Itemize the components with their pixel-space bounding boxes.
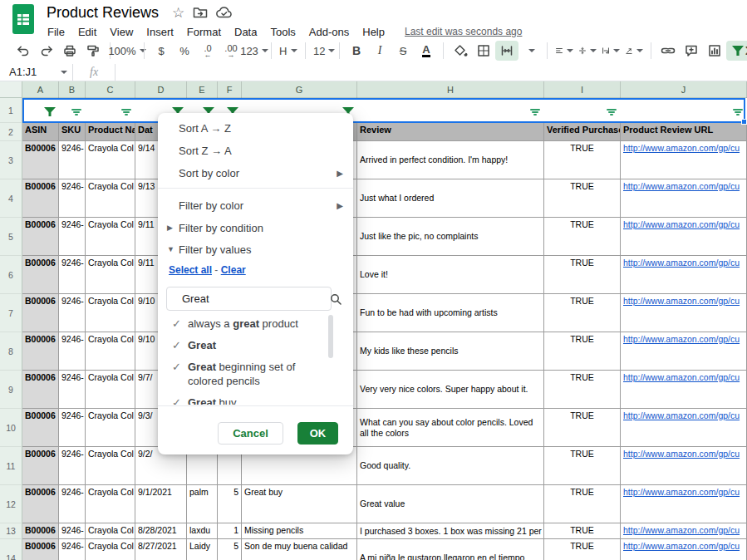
cell[interactable]: Crayola Col [86, 218, 135, 256]
cell[interactable]: TRUE [544, 256, 621, 294]
cell[interactable]: http://www.amazon.com/gp/cu [621, 523, 747, 539]
menu-file[interactable]: File [41, 24, 71, 40]
menu-item-filter-by-color[interactable]: Filter by color ▶ [158, 197, 353, 214]
cell[interactable]: Crayola Col [86, 294, 135, 332]
cell[interactable]: B00006 [22, 332, 59, 371]
cell[interactable]: 8/28/2021 [135, 523, 187, 539]
filter-lines-icon-column-J[interactable] [732, 107, 744, 117]
cell[interactable]: 9246- [59, 141, 86, 179]
cell[interactable]: http://www.amazon.com/gp/cu [621, 256, 747, 294]
row-header-10[interactable]: 10 [0, 409, 22, 447]
insert-chart-button[interactable] [703, 41, 726, 61]
name-box-dropdown-icon[interactable] [61, 71, 67, 74]
cell[interactable]: TRUE [544, 539, 621, 560]
header-cell[interactable]: Review [357, 123, 544, 141]
cell[interactable]: TRUE [544, 179, 621, 218]
filter-value-item[interactable]: ✓Great beginning set of colored pencils [168, 360, 328, 388]
filter-button[interactable] [726, 41, 747, 61]
cell[interactable]: B00006 [22, 256, 59, 294]
row-header-13[interactable]: 13 [0, 523, 22, 539]
cell[interactable]: TRUE [544, 141, 621, 179]
cell[interactable]: TRUE [544, 294, 621, 332]
menu-help[interactable]: Help [356, 24, 391, 40]
horizontal-align-button[interactable] [553, 41, 576, 61]
cell[interactable]: 9/1/2021 [135, 485, 187, 523]
cell[interactable]: B00006 [22, 409, 59, 447]
cell[interactable]: Crayola Col [86, 409, 135, 447]
review-url-link[interactable]: http://www.amazon.com/gp/cu [623, 296, 740, 306]
merge-cells-dropdown[interactable] [518, 41, 542, 61]
text-color-button[interactable]: A [415, 41, 438, 61]
cell[interactable]: http://www.amazon.com/gp/cu [621, 371, 747, 409]
cell[interactable]: B00006 [22, 539, 59, 560]
paint-format-button[interactable] [81, 41, 105, 61]
cell[interactable]: 5 [218, 485, 242, 523]
menu-item-sort-a-z[interactable]: Sort A → Z [158, 120, 353, 136]
cell[interactable]: B00006 [22, 294, 59, 332]
cell[interactable]: 9246- [59, 409, 86, 447]
last-edit-status[interactable]: Last edit was seconds ago [405, 26, 522, 37]
column-header-C[interactable]: C [86, 81, 135, 98]
borders-button[interactable] [472, 41, 495, 61]
menu-add-ons[interactable]: Add-ons [302, 24, 356, 40]
menu-item-filter-by-condition[interactable]: ▶ Filter by condition [158, 219, 353, 236]
cell[interactable]: B00006 [22, 523, 59, 539]
insert-link-button[interactable] [656, 41, 680, 61]
cell[interactable]: 9246- [59, 294, 86, 332]
cell[interactable]: 9246- [59, 539, 86, 560]
bold-button[interactable]: B [345, 41, 368, 61]
review-url-link[interactable]: http://www.amazon.com/gp/cu [623, 334, 740, 344]
review-url-link[interactable]: http://www.amazon.com/gp/cu [623, 181, 740, 191]
filter-lines-icon-column-I[interactable] [606, 107, 617, 117]
clear-link[interactable]: Clear [221, 264, 246, 276]
move-to-folder-icon[interactable] [193, 6, 208, 19]
row-header-1[interactable]: 1 [0, 98, 22, 123]
document-title[interactable]: Product Reviews [47, 4, 159, 22]
header-cell[interactable]: Verified Purchase [544, 123, 621, 141]
cell[interactable]: http://www.amazon.com/gp/cu [621, 332, 747, 371]
cell[interactable]: My kids like these pencils [357, 332, 544, 371]
menu-tools[interactable]: Tools [263, 24, 302, 40]
menu-item-sort-z-a[interactable]: Sort Z → A [158, 142, 353, 159]
row-header-9[interactable]: 9 [0, 371, 22, 409]
cell[interactable]: Just like the pic, no complaints [357, 218, 544, 256]
row-header-11[interactable]: 11 [0, 447, 22, 485]
row-header-3[interactable]: 3 [0, 141, 22, 179]
filter-lines-icon-column-H[interactable] [529, 107, 541, 117]
cell[interactable]: Good quality. [357, 447, 544, 485]
column-header-B[interactable]: B [59, 81, 86, 98]
cell[interactable]: Missing pencils [242, 523, 357, 539]
cell[interactable]: Very very nice colors. Super happy about… [357, 371, 544, 409]
cell[interactable]: TRUE [544, 485, 621, 523]
cell[interactable]: TRUE [544, 409, 621, 447]
cell[interactable]: Laidy [187, 539, 218, 560]
cell[interactable]: Just what I ordered [357, 179, 544, 218]
cell[interactable]: Crayola Col [86, 447, 135, 485]
merge-cells-button[interactable] [495, 41, 518, 61]
filter-value-item[interactable]: ✓Great buy [168, 395, 328, 405]
header-cell[interactable]: Product Review URL [621, 123, 747, 141]
header-cell[interactable]: ASIN [22, 123, 59, 141]
cell[interactable]: http://www.amazon.com/gp/cu [621, 539, 747, 560]
column-header-A[interactable]: A [22, 81, 59, 98]
cell[interactable]: http://www.amazon.com/gp/cu [621, 179, 747, 218]
column-header-I[interactable]: I [544, 81, 621, 98]
filter-value-item[interactable]: ✓Great [168, 338, 328, 352]
column-header-F[interactable]: F [218, 81, 242, 98]
cell[interactable]: Crayola Col [86, 332, 135, 371]
cell[interactable]: palm [187, 485, 218, 523]
menu-view[interactable]: View [103, 24, 140, 40]
cell[interactable]: Great value [357, 485, 544, 523]
cell[interactable]: 9246- [59, 371, 86, 409]
zoom-select[interactable]: 100% [115, 41, 139, 61]
row-header-4[interactable]: 4 [0, 179, 22, 218]
sheets-logo-icon[interactable] [12, 3, 35, 35]
cell[interactable]: TRUE [544, 218, 621, 256]
menu-data[interactable]: Data [228, 24, 263, 40]
vertical-align-button[interactable] [576, 41, 599, 61]
name-box[interactable]: A1:J1 [0, 66, 57, 78]
row-header-2[interactable]: 2 [0, 123, 22, 141]
review-url-link[interactable]: http://www.amazon.com/gp/cu [623, 258, 740, 268]
cell[interactable]: Crayola Col [86, 141, 135, 179]
cell[interactable]: B00006 [22, 218, 59, 256]
